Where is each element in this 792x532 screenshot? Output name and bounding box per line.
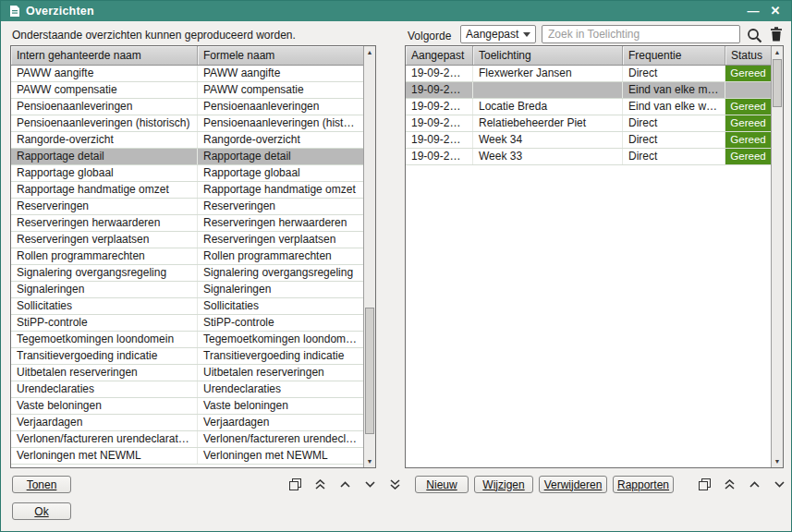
column-header-status[interactable]: Status xyxy=(725,46,771,65)
status-badge: Gereed xyxy=(725,149,771,164)
minimize-button[interactable]: — xyxy=(745,1,762,21)
double-chevron-up-icon[interactable] xyxy=(311,477,328,493)
intern-naam-cell: Verjaardagen xyxy=(11,415,198,430)
overview-row[interactable]: SignaleringenSignaleringen xyxy=(11,282,363,298)
overview-row[interactable]: Pensioenaanleveringen (historisch)Pensio… xyxy=(11,115,363,132)
formele-naam-cell: Pensioenaanleveringen (historisch) xyxy=(198,115,363,131)
intern-naam-cell: Vaste beloningen xyxy=(11,398,198,414)
aangepast-cell: 19-09-2023 xyxy=(406,82,473,98)
overview-row[interactable]: PensioenaanleveringenPensioenaanlevering… xyxy=(11,99,363,115)
overview-row[interactable]: Verlonen/factureren urendeclaratiesVerlo… xyxy=(11,431,363,448)
trash-icon[interactable] xyxy=(768,26,785,42)
left-scrollbar[interactable]: ▲ ▼ xyxy=(363,46,375,467)
report-row[interactable]: 19-09-2023Eind van elke maand xyxy=(406,82,771,99)
toelichting-cell: Week 34 xyxy=(473,132,623,148)
overview-row[interactable]: Rangorde-overzichtRangorde-overzicht xyxy=(11,132,363,149)
column-header-frequentie[interactable]: Frequentie xyxy=(623,46,725,65)
aangepast-cell: 19-09-2023 xyxy=(406,149,473,164)
chevron-down-icon[interactable] xyxy=(771,477,787,493)
formele-naam-cell: Vaste beloningen xyxy=(198,398,363,414)
volgorde-select[interactable]: Aangepast xyxy=(460,25,536,43)
intern-naam-cell: Urendeclaraties xyxy=(11,381,198,397)
right-scrollbar[interactable]: ▲ ▼ xyxy=(771,46,783,467)
toelichting-cell: Week 33 xyxy=(473,149,623,164)
nieuw-button[interactable]: Nieuw xyxy=(415,476,469,493)
chevron-up-icon[interactable] xyxy=(336,477,353,493)
formele-naam-cell: Signalering overgangsregeling xyxy=(198,265,363,281)
chevron-down-icon[interactable] xyxy=(361,477,378,493)
aangepast-cell: 19-09-2023 xyxy=(406,115,473,131)
overview-row[interactable]: Rapportage globaalRapportage globaal xyxy=(11,165,363,182)
rapporten-button[interactable]: Rapporten xyxy=(613,476,674,493)
intern-naam-cell: Rollen programmarechten xyxy=(11,248,198,264)
formele-naam-cell: Urendeclaraties xyxy=(198,381,363,397)
search-icon[interactable] xyxy=(746,27,762,43)
intern-naam-cell: Pensioenaanleveringen (historisch) xyxy=(11,115,198,131)
overview-row[interactable]: PAWW aangiftePAWW aangifte xyxy=(11,66,363,82)
scroll-down-icon[interactable]: ▼ xyxy=(772,455,783,467)
verwijderen-button[interactable]: Verwijderen xyxy=(539,476,607,493)
column-header-aangepast[interactable]: Aangepast xyxy=(406,46,473,65)
overview-row[interactable]: ReserveringenReserveringen xyxy=(11,199,363,215)
toelichting-cell: Locatie Breda xyxy=(473,99,623,115)
double-chevron-up-icon[interactable] xyxy=(721,477,737,493)
overview-row[interactable]: Signalering overgangsregelingSignalering… xyxy=(11,265,363,282)
overview-row[interactable]: UrendeclaratiesUrendeclaraties xyxy=(11,381,363,398)
formele-naam-cell: Rapportage detail xyxy=(198,149,363,164)
copy-icon[interactable] xyxy=(286,477,303,493)
overview-row[interactable]: Rapportage handmatige omzetRapportage ha… xyxy=(11,182,363,199)
document-icon xyxy=(8,5,20,18)
ok-button[interactable]: Ok xyxy=(12,502,71,520)
reports-table: Aangepast Toelichting Frequentie Status … xyxy=(405,45,784,468)
double-chevron-down-icon[interactable] xyxy=(386,477,403,493)
intern-naam-cell: Signaleringen xyxy=(11,282,198,297)
intern-naam-cell: PAWW compensatie xyxy=(11,82,198,98)
intern-naam-cell: Rapportage globaal xyxy=(11,165,198,181)
column-header-toelichting[interactable]: Toelichting xyxy=(473,46,623,65)
overview-row[interactable]: Tegemoetkomingen loondomeinTegemoetkomin… xyxy=(11,332,363,348)
overview-row[interactable]: Reserveringen verplaatsenReserveringen v… xyxy=(11,232,363,248)
chevron-up-icon[interactable] xyxy=(746,477,762,493)
formele-naam-cell: Sollicitaties xyxy=(198,298,363,314)
overview-row[interactable]: Rollen programmarechtenRollen programmar… xyxy=(11,248,363,265)
overview-row[interactable]: Rapportage detailRapportage detail xyxy=(11,149,363,165)
scrollbar-thumb[interactable] xyxy=(773,59,782,107)
overzichten-window: Overzichten — ✕ Onderstaande overzichten… xyxy=(0,0,792,532)
wijzigen-button[interactable]: Wijzigen xyxy=(474,476,533,493)
toelichting-cell: Flexwerker Jansen xyxy=(473,66,623,81)
report-row[interactable]: 19-09-2023Relatiebeheerder PietDirectGer… xyxy=(406,115,771,132)
left-icon-toolbar xyxy=(286,476,403,493)
formele-naam-cell: Rollen programmarechten xyxy=(198,248,363,264)
formele-naam-cell: Signaleringen xyxy=(198,282,363,297)
close-button[interactable]: ✕ xyxy=(767,1,784,21)
report-row[interactable]: 19-09-2023Week 34DirectGereed xyxy=(406,132,771,149)
formele-naam-cell: Verloningen met NEWML xyxy=(198,448,363,464)
overview-row[interactable]: StiPP-controleStiPP-controle xyxy=(11,315,363,332)
intern-naam-cell: Rangorde-overzicht xyxy=(11,132,198,148)
scrollbar-thumb[interactable] xyxy=(365,308,374,434)
scroll-up-icon[interactable]: ▲ xyxy=(364,46,375,58)
report-row[interactable]: 19-09-2023Flexwerker JansenDirectGereed xyxy=(406,66,771,82)
scroll-down-icon[interactable]: ▼ xyxy=(364,455,375,467)
overview-row[interactable]: SollicitatiesSollicitaties xyxy=(11,298,363,315)
formele-naam-cell: Uitbetalen reserveringen xyxy=(198,365,363,381)
scroll-up-icon[interactable]: ▲ xyxy=(772,46,783,58)
intern-naam-cell: Verlonen/factureren urendeclaraties xyxy=(11,431,198,447)
tonen-button[interactable]: Tonen xyxy=(12,476,71,493)
overview-row[interactable]: Vaste beloningenVaste beloningen xyxy=(11,398,363,415)
report-row[interactable]: 19-09-2023Locatie BredaEind van elke wee… xyxy=(406,99,771,115)
overview-row[interactable]: Reserveringen herwaarderenReserveringen … xyxy=(11,215,363,232)
column-header-formele-naam[interactable]: Formele naam xyxy=(198,46,363,65)
overview-row[interactable]: Transitievergoeding indicatieTransitieve… xyxy=(11,348,363,365)
overview-row[interactable]: VerjaardagenVerjaardagen xyxy=(11,415,363,431)
column-header-intern-naam[interactable]: Intern gehanteerde naam xyxy=(11,46,198,65)
report-row[interactable]: 19-09-2023Week 33DirectGereed xyxy=(406,149,771,165)
overview-row[interactable]: Uitbetalen reserveringenUitbetalen reser… xyxy=(11,365,363,381)
volgorde-selected-value: Aangepast xyxy=(466,28,519,41)
copy-icon[interactable] xyxy=(696,477,713,493)
overview-row[interactable]: PAWW compensatiePAWW compensatie xyxy=(11,82,363,99)
reports-table-body: 19-09-2023Flexwerker JansenDirectGereed1… xyxy=(406,66,771,165)
formele-naam-cell: Verlonen/factureren urendeclaraties xyxy=(198,431,363,447)
search-input[interactable] xyxy=(542,25,740,43)
overview-row[interactable]: Verloningen met NEWMLVerloningen met NEW… xyxy=(11,448,363,465)
